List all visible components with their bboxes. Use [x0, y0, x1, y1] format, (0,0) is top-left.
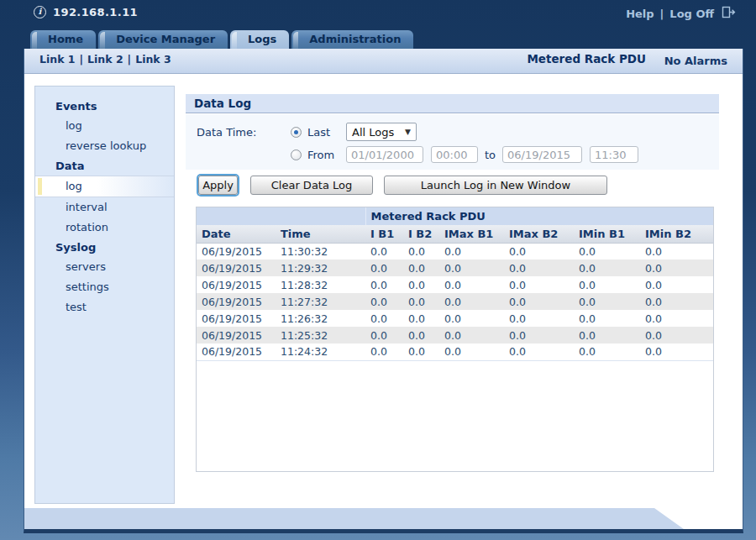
table-row: 06/19/201511:24:320.00.00.00.00.00.0	[197, 343, 713, 360]
table-cell: 06/19/2015	[197, 260, 276, 276]
data-time-label: Data Time:	[197, 126, 291, 139]
to-time-field[interactable]	[590, 146, 638, 163]
footer-link-3[interactable]: Link 3	[135, 53, 171, 66]
tab-home[interactable]: Home	[30, 30, 96, 49]
table-cell: 0.0	[574, 327, 640, 343]
alarm-status-badge: No Alarms	[664, 49, 727, 73]
table-cell: 0.0	[504, 310, 574, 327]
tab-administration[interactable]: Administration	[291, 30, 413, 49]
data-log-table-container: Metered Rack PDU Date Time I B1 I B2 IMa…	[196, 207, 714, 472]
table-cell: 11:29:32	[276, 260, 365, 276]
col-i-b2: I B2	[403, 225, 439, 243]
col-imax-b1: IMax B1	[439, 225, 504, 243]
log-range-select[interactable]: All Logs ▼	[346, 123, 417, 141]
footer-strip	[24, 508, 743, 529]
apply-button[interactable]: Apply	[198, 176, 238, 195]
table-cell: 0.0	[403, 243, 439, 260]
sidebar-item-settings[interactable]: settings	[35, 277, 174, 297]
info-icon: i	[34, 6, 46, 18]
sidebar-item-reverse-lookup[interactable]: reverse lookup	[35, 136, 174, 156]
sidebar-item-events-log[interactable]: log	[35, 116, 174, 136]
table-cell: 0.0	[504, 293, 574, 310]
table-cell: 0.0	[574, 243, 640, 260]
footer-links: Link 1|Link 2|Link 3	[39, 49, 171, 70]
table-cell: 0.0	[640, 293, 713, 310]
col-date: Date	[197, 225, 276, 243]
table-cell: 0.0	[403, 260, 439, 276]
table-cell: 0.0	[504, 276, 574, 293]
main-tabs: Home Device Manager Logs Administration	[30, 30, 413, 49]
from-radio[interactable]	[291, 149, 302, 160]
from-date-field[interactable]	[346, 146, 423, 163]
data-log-table: Metered Rack PDU Date Time I B1 I B2 IMa…	[197, 207, 713, 361]
log-table-body: 06/19/201511:30:320.00.00.00.00.00.006/1…	[197, 243, 713, 360]
table-cell: 0.0	[439, 260, 504, 276]
last-radio[interactable]	[291, 127, 302, 138]
from-time-field[interactable]	[431, 146, 478, 163]
footer-separator: |	[123, 53, 136, 66]
tab-device-manager[interactable]: Device Manager	[98, 30, 228, 49]
group-header-empty-cell	[197, 207, 365, 225]
table-cell: 0.0	[640, 243, 713, 260]
sidebar-section-events: Events	[35, 97, 174, 116]
col-i-b1: I B1	[365, 225, 403, 243]
table-cell: 0.0	[365, 276, 403, 293]
sidebar-item-test[interactable]: test	[35, 297, 174, 317]
col-imin-b2: IMin B2	[640, 225, 713, 243]
table-cell: 0.0	[640, 260, 713, 276]
table-cell: 0.0	[640, 276, 713, 293]
table-cell: 0.0	[403, 276, 439, 293]
table-cell: 0.0	[504, 243, 574, 260]
to-date-field[interactable]	[502, 146, 582, 163]
table-cell: 0.0	[403, 327, 439, 343]
table-cell: 11:26:32	[276, 310, 365, 327]
sidebar-item-rotation[interactable]: rotation	[35, 218, 174, 238]
table-cell: 0.0	[403, 310, 439, 327]
table-row: 06/19/201511:26:320.00.00.00.00.00.0	[197, 310, 713, 327]
table-cell: 0.0	[439, 310, 504, 327]
chevron-down-icon: ▼	[405, 128, 411, 136]
table-cell: 0.0	[365, 243, 403, 260]
table-cell: 11:30:32	[276, 243, 365, 260]
device-ip-block: i 192.168.1.11	[34, 6, 138, 18]
table-row: 06/19/201511:28:320.00.00.00.00.00.0	[197, 276, 713, 293]
table-cell: 0.0	[365, 260, 403, 276]
table-cell: 0.0	[365, 310, 403, 327]
from-option-row: From to	[186, 145, 719, 164]
last-option-row: Data Time: Last All Logs ▼	[186, 123, 719, 141]
table-cell: 0.0	[640, 310, 713, 327]
sidebar-item-interval[interactable]: interval	[35, 197, 174, 218]
launch-log-button[interactable]: Launch Log in New Window	[384, 176, 607, 195]
tab-logs[interactable]: Logs	[230, 30, 289, 49]
table-cell: 06/19/2015	[197, 293, 276, 310]
sidebar-item-data-log[interactable]: log	[35, 176, 174, 197]
footer-separator: |	[76, 53, 88, 66]
table-cell: 0.0	[504, 260, 574, 276]
table-cell: 0.0	[574, 276, 640, 293]
logoff-icon[interactable]	[722, 6, 736, 21]
tab-home-label: Home	[48, 33, 83, 45]
sidebar-item-servers[interactable]: servers	[35, 257, 174, 277]
table-cell: 0.0	[365, 343, 403, 360]
col-imin-b1: IMin B1	[574, 225, 640, 243]
clear-data-log-button[interactable]: Clear Data Log	[250, 176, 373, 195]
table-cell: 11:25:32	[276, 327, 365, 343]
table-column-headers: Date Time I B1 I B2 IMax B1 IMax B2 IMin…	[197, 225, 713, 243]
col-imax-b2: IMax B2	[504, 225, 574, 243]
table-cell: 0.0	[365, 327, 403, 343]
data-time-form: Data Time: Last All Logs ▼ From to	[186, 114, 719, 170]
content-window: No Alarms Events log reverse lookup Data…	[24, 49, 743, 533]
session-links: Help | Log Off	[626, 6, 736, 21]
footer-link-1[interactable]: Link 1	[39, 53, 76, 66]
footer-link-2[interactable]: Link 2	[87, 53, 123, 66]
help-link[interactable]: Help	[626, 8, 654, 20]
tab-administration-label: Administration	[309, 33, 401, 45]
table-cell: 0.0	[574, 343, 640, 360]
table-cell: 0.0	[403, 343, 439, 360]
logoff-link[interactable]: Log Off	[669, 8, 714, 20]
tab-logs-label: Logs	[248, 33, 276, 45]
table-cell: 06/19/2015	[197, 327, 276, 343]
sidebar-section-syslog: Syslog	[35, 238, 174, 257]
group-header-title: Metered Rack PDU	[365, 207, 713, 225]
table-cell: 11:24:32	[276, 343, 365, 360]
